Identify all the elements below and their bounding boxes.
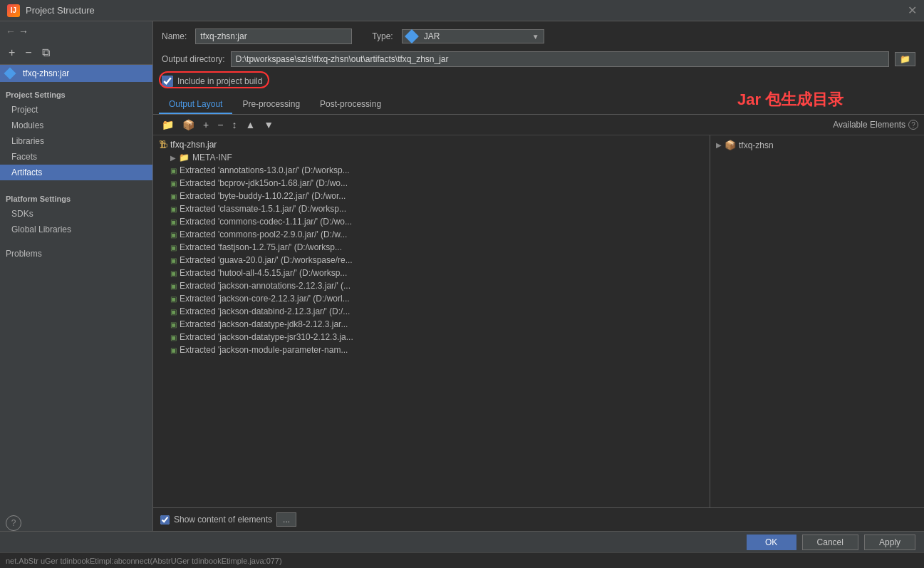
down-toolbar-button[interactable]: ▼ [261, 118, 276, 132]
available-panel: ▶ 📦 tfxq-zhsn [710, 135, 924, 507]
type-label: Type: [372, 31, 393, 41]
nav-back-button[interactable]: ← [6, 26, 16, 37]
tab-pre-processing[interactable]: Pre-processing [232, 95, 310, 114]
output-dir-input[interactable] [231, 51, 889, 67]
tree-item-5[interactable]: ▣ Extracted 'commons-pool2-2.9.0.jar/' (… [153, 228, 710, 241]
type-value: JAR [424, 31, 529, 41]
tree-item-meta-inf[interactable]: ▶ 📁 META-INF [153, 151, 710, 164]
tree-item-3[interactable]: ▣ Extracted 'classmate-1.5.1.jar/' (D:/w… [153, 202, 710, 215]
ok-button[interactable]: OK [747, 535, 796, 550]
sort-toolbar-button[interactable]: ↕ [229, 118, 239, 132]
include-label: Include in project build [177, 76, 262, 86]
close-button[interactable]: ✕ [908, 4, 917, 17]
sidebar: ← → + − ⧉ tfxq-zhsn:jar Project Settings… [0, 21, 153, 531]
extracted-icon: ▣ [170, 218, 177, 226]
project-settings-label: Project Settings [0, 85, 152, 102]
tree-item-jar-root[interactable]: 🗜 tfxq-zhsn.jar [153, 138, 710, 151]
browse-button[interactable]: 📁 [895, 52, 915, 66]
extracted-icon: ▣ [170, 321, 177, 329]
sidebar-toolbar: + − ⧉ [0, 41, 152, 65]
extracted-icon: ▣ [170, 308, 177, 316]
project-settings-section: Project Settings Project Modules Librari… [0, 82, 152, 183]
tree-panel: 🗜 tfxq-zhsn.jar ▶ 📁 META-INF ▣ Extracted… [153, 135, 710, 507]
show-content-checkbox[interactable] [160, 515, 170, 525]
module-icon: 📦 [725, 140, 736, 150]
extracted-icon: ▣ [170, 180, 177, 187]
sidebar-item-problems[interactable]: Problems [0, 246, 152, 262]
extracted-icon: ▣ [170, 205, 177, 213]
extracted-icon: ▣ [170, 167, 177, 175]
sidebar-item-project[interactable]: Project [0, 102, 152, 118]
available-item-module[interactable]: ▶ 📦 tfxq-zhsn [710, 138, 924, 152]
sidebar-item-artifacts[interactable]: Artifacts [0, 165, 152, 180]
add-toolbar-button[interactable]: + [200, 118, 212, 132]
tree-item-7[interactable]: ▣ Extracted 'guava-20.0.jar/' (D:/worksp… [153, 254, 710, 267]
up-toolbar-button[interactable]: ▲ [242, 118, 258, 132]
tree-item-11[interactable]: ▣ Extracted 'jackson-databind-2.12.3.jar… [153, 305, 710, 318]
extracted-icon: ▣ [170, 295, 177, 303]
cancel-button[interactable]: Cancel [802, 535, 858, 550]
content-area: Name: Type: JAR ▼ Jar 包生成目录 Output direc… [153, 21, 924, 531]
remove-artifact-button[interactable]: − [22, 46, 34, 60]
expand-icon: ▶ [716, 141, 722, 149]
name-input[interactable] [195, 29, 352, 44]
extracted-icon: ▣ [170, 269, 177, 277]
window-title: Project Structure [26, 5, 95, 16]
tree-item-4[interactable]: ▣ Extracted 'commons-codec-1.11.jar/' (D… [153, 215, 710, 228]
tree-item-8[interactable]: ▣ Extracted 'hutool-all-4.5.15.jar/' (D:… [153, 267, 710, 279]
extracted-icon: ▣ [170, 192, 177, 200]
sidebar-item-libraries[interactable]: Libraries [0, 133, 152, 149]
help-button[interactable]: ? [6, 515, 21, 531]
name-type-row: Name: Type: JAR ▼ [153, 21, 924, 48]
add-artifact-button[interactable]: + [6, 46, 18, 60]
tree-item-1[interactable]: ▣ Extracted 'bcprov-jdk15on-1.68.jar/' (… [153, 177, 710, 190]
tab-post-processing[interactable]: Post-processing [310, 95, 391, 114]
tree-item-6[interactable]: ▣ Extracted 'fastjson-1.2.75.jar/' (D:/w… [153, 241, 710, 254]
status-text: net.AbStr uGer tdinbookEtimpl:abconnect(… [6, 557, 282, 565]
apply-button[interactable]: Apply [864, 535, 915, 550]
include-checkbox[interactable] [162, 76, 173, 87]
status-bar: net.AbStr uGer tdinbookEtimpl:abconnect(… [0, 552, 924, 568]
output-dir-label: Output directory: [162, 54, 225, 64]
sidebar-item-facets[interactable]: Facets [0, 149, 152, 165]
available-elements-label: Available Elements ? [833, 120, 918, 130]
package-toolbar-button[interactable]: 📦 [180, 118, 197, 132]
app-logo: IJ [7, 4, 20, 17]
folder-toolbar-button[interactable]: 📁 [159, 118, 177, 132]
extracted-icon: ▣ [170, 231, 177, 239]
folder-icon: 📁 [179, 153, 190, 162]
show-content-button[interactable]: ... [276, 512, 296, 527]
available-elements-help-icon[interactable]: ? [908, 120, 918, 130]
show-content-label: Show content of elements [174, 515, 272, 525]
tree-item-13[interactable]: ▣ Extracted 'jackson-datatype-jsr310-2.1… [153, 331, 710, 344]
tab-output-layout[interactable]: Output Layout [159, 95, 232, 114]
extracted-icon: ▣ [170, 244, 177, 252]
remove-toolbar-button[interactable]: − [214, 118, 226, 132]
artifact-list-item[interactable]: tfxq-zhsn:jar [0, 65, 152, 82]
artifact-name: tfxq-zhsn:jar [23, 68, 69, 78]
platform-settings-section: Platform Settings SDKs Global Libraries [0, 183, 152, 240]
sidebar-item-global-libraries[interactable]: Global Libraries [0, 222, 152, 237]
jar-file-icon: 🗜 [159, 140, 167, 150]
type-dropdown-arrow: ▼ [532, 33, 539, 41]
bottom-bar: OK Cancel Apply [0, 531, 924, 552]
type-select[interactable]: JAR ▼ [402, 29, 544, 43]
output-panels: 🗜 tfxq-zhsn.jar ▶ 📁 META-INF ▣ Extracted… [153, 135, 924, 507]
name-label: Name: [162, 31, 187, 41]
expand-icon: ▶ [170, 154, 176, 162]
sidebar-item-sdks[interactable]: SDKs [0, 206, 152, 222]
copy-artifact-button[interactable]: ⧉ [39, 46, 53, 60]
show-content-row: Show content of elements ... [153, 507, 924, 531]
extracted-icon: ▣ [170, 257, 177, 264]
nav-forward-button[interactable]: → [19, 26, 28, 37]
tree-item-0[interactable]: ▣ Extracted 'annotations-13.0.jar/' (D:/… [153, 164, 710, 177]
tree-item-12[interactable]: ▣ Extracted 'jackson-datatype-jdk8-2.12.… [153, 318, 710, 331]
tree-item-2[interactable]: ▣ Extracted 'byte-buddy-1.10.22.jar/' (D… [153, 190, 710, 202]
extracted-icon: ▣ [170, 282, 177, 290]
tree-item-9[interactable]: ▣ Extracted 'jackson-annotations-2.12.3.… [153, 279, 710, 292]
output-dir-row: Output directory: 📁 [153, 48, 924, 70]
extracted-icon: ▣ [170, 346, 177, 354]
tree-item-14[interactable]: ▣ Extracted 'jackson-module-parameter-na… [153, 344, 710, 356]
tree-item-10[interactable]: ▣ Extracted 'jackson-core-2.12.3.jar/' (… [153, 292, 710, 305]
sidebar-item-modules[interactable]: Modules [0, 118, 152, 133]
